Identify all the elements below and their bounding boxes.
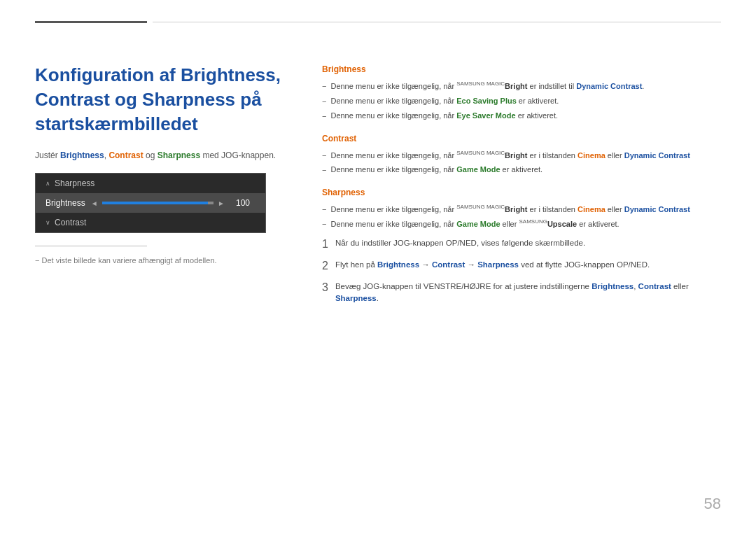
page-title: Konfiguration af Brightness, Contrast og… — [35, 63, 294, 136]
bullet-dash: − — [322, 96, 326, 108]
bullet-dash: − — [322, 150, 326, 162]
top-decoration — [35, 21, 721, 23]
menu-item-contrast: ∨ Contrast — [36, 213, 265, 232]
bullet-dash: − — [322, 111, 326, 122]
brightness-bullet-2: − Denne menu er ikke tilgængelig, når Ec… — [322, 95, 721, 108]
page-container: Konfiguration af Brightness, Contrast og… — [0, 0, 756, 534]
title-line1: Konfiguration af Brightness, — [35, 64, 281, 85]
steps-section: 1 Når du indstiller JOG-knappen OP/NED, … — [322, 237, 721, 305]
menu-item-sharpness: ∧ Sharpness — [36, 174, 265, 193]
brightness-bullet-3: − Denne menu er ikke tilgængelig, når Ey… — [322, 110, 721, 122]
chevron-up-icon: ∧ — [46, 180, 50, 187]
step-2-text: Flyt hen på Brightness → Contrast → Shar… — [335, 259, 721, 271]
brightness-slider[interactable]: ◄ ► 100 — [91, 198, 250, 208]
step-3: 3 Bevæg JOG-knappen til VENSTRE/HØJRE fo… — [322, 281, 721, 305]
contrast-heading: Contrast — [322, 132, 721, 145]
chevron-down-icon: ∨ — [46, 219, 50, 226]
brightness-bullet-1: − Denne menu er ikke tilgængelig, når SA… — [322, 80, 721, 92]
title-line3: startskærmbilledet — [35, 113, 198, 134]
slider-arrow-right: ► — [218, 199, 225, 207]
bullet-dash: − — [322, 204, 326, 216]
bullet-dash: − — [322, 80, 326, 92]
ui-mockup: ∧ Sharpness Brightness ◄ ► 100 — [35, 173, 266, 233]
step-1-text: Når du indstiller JOG-knappen OP/NED, vi… — [335, 237, 721, 249]
step-number-3: 3 — [322, 281, 328, 294]
sharpness-bullet-2: − Denne menu er ikke tilgængelig, når Ga… — [322, 218, 721, 230]
sharpness-heading: Sharpness — [322, 186, 721, 199]
slider-track — [102, 202, 214, 204]
page-number: 58 — [704, 495, 721, 513]
top-line-light — [153, 22, 721, 22]
menu-item-brightness[interactable]: Brightness ◄ ► 100 — [36, 193, 265, 213]
right-column: Brightness − Denne menu er ikke tilgænge… — [322, 63, 721, 506]
step-3-text: Bevæg JOG-knappen til VENSTRE/HØJRE for … — [335, 281, 721, 305]
title-line2: Contrast og Sharpness på — [35, 89, 262, 110]
top-line-dark — [35, 21, 147, 23]
bullet-dash: − — [322, 164, 326, 176]
divider — [35, 246, 147, 246]
brightness-heading: Brightness — [322, 63, 721, 76]
slider-value: 100 — [229, 198, 250, 208]
step-number-1: 1 — [322, 237, 328, 251]
content-area: Konfiguration af Brightness, Contrast og… — [35, 63, 721, 506]
left-column: Konfiguration af Brightness, Contrast og… — [35, 63, 294, 506]
bullet-dash: − — [322, 218, 326, 230]
step-2: 2 Flyt hen på Brightness → Contrast → Sh… — [322, 259, 721, 272]
slider-fill — [102, 202, 209, 204]
subtitle-text: Justér Brightness, Contrast og Sharpness… — [35, 150, 294, 160]
step-1: 1 Når du indstiller JOG-knappen OP/NED, … — [322, 237, 721, 251]
slider-arrow-left: ◄ — [91, 199, 98, 207]
note-text: − Det viste billede kan variere afhængig… — [35, 256, 294, 265]
step-number-2: 2 — [322, 259, 328, 272]
sharpness-bullet-1: − Denne menu er ikke tilgængelig, når SA… — [322, 203, 721, 216]
contrast-bullet-2: − Denne menu er ikke tilgængelig, når Ga… — [322, 164, 721, 176]
contrast-bullet-1: − Denne menu er ikke tilgængelig, når SA… — [322, 149, 721, 162]
